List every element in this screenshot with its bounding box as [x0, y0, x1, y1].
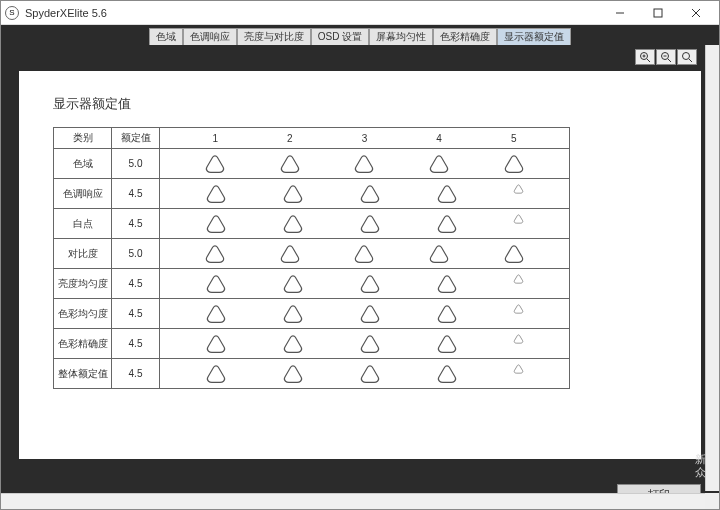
- tab-1[interactable]: 色调响应: [183, 28, 237, 45]
- rating-icon: [279, 154, 301, 174]
- rating-icon: [282, 334, 304, 354]
- rating-icon: [282, 214, 304, 234]
- rating-icon: [279, 244, 301, 264]
- rating-icon: [282, 304, 304, 324]
- rating-icon: [205, 274, 227, 294]
- rating-icon-half: [513, 364, 524, 384]
- scroll-corner: [705, 493, 719, 509]
- rating-icon: [204, 244, 226, 264]
- rating-icon: [353, 154, 375, 174]
- rating-icon: [436, 364, 458, 384]
- vertical-scrollbar[interactable]: [705, 45, 719, 491]
- table-row: 整体额定值4.5: [54, 359, 570, 389]
- cell-category: 色调响应: [54, 179, 112, 209]
- cell-value: 4.5: [112, 299, 160, 329]
- rating-icon: [436, 304, 458, 324]
- cell-category: 对比度: [54, 239, 112, 269]
- scale-tick: 5: [511, 133, 517, 144]
- rating-icon: [359, 334, 381, 354]
- cell-value: 5.0: [112, 149, 160, 179]
- header-value: 额定值: [112, 128, 160, 149]
- svg-rect-1: [654, 9, 662, 17]
- app-window: S SpyderXElite 5.6 色域色调响应亮度与对比度OSD 设置屏幕均…: [0, 0, 720, 510]
- rating-icon: [205, 304, 227, 324]
- app-title: SpyderXElite 5.6: [25, 7, 601, 19]
- maximize-button[interactable]: [639, 3, 677, 23]
- rating-icon: [359, 364, 381, 384]
- tab-2[interactable]: 亮度与对比度: [237, 28, 311, 45]
- rating-icon-half: [513, 304, 524, 324]
- cell-value: 4.5: [112, 329, 160, 359]
- rating-icon-half: [513, 274, 524, 294]
- rating-icon: [436, 184, 458, 204]
- scale-tick: 1: [213, 133, 219, 144]
- tab-5[interactable]: 色彩精确度: [433, 28, 497, 45]
- cell-rating-icons: [160, 239, 570, 269]
- rating-icon: [205, 364, 227, 384]
- rating-icon: [436, 214, 458, 234]
- rating-icon: [359, 184, 381, 204]
- tab-0[interactable]: 色域: [149, 28, 183, 45]
- zoom-out-icon[interactable]: [656, 49, 676, 65]
- cell-rating-icons: [160, 329, 570, 359]
- rating-icon: [205, 184, 227, 204]
- cell-category: 亮度均匀度: [54, 269, 112, 299]
- cell-category: 色彩精确度: [54, 329, 112, 359]
- table-row: 对比度5.0: [54, 239, 570, 269]
- cell-value: 4.5: [112, 269, 160, 299]
- header-scale: 12345: [160, 128, 570, 149]
- rating-icon-half: [513, 184, 524, 204]
- content-area: 显示器额定值 类别 额定值 12345 色域5.0色调响应4.5白点4.5对比度…: [1, 45, 719, 509]
- svg-point-11: [683, 53, 690, 60]
- cell-rating-icons: [160, 209, 570, 239]
- cell-rating-icons: [160, 179, 570, 209]
- rating-icon: [503, 244, 525, 264]
- zoom-fit-icon[interactable]: [677, 49, 697, 65]
- zoom-toolbar: [635, 49, 697, 65]
- rating-icon: [359, 304, 381, 324]
- table-row: 色彩精确度4.5: [54, 329, 570, 359]
- rating-icon: [353, 244, 375, 264]
- horizontal-scrollbar[interactable]: [1, 493, 705, 509]
- rating-icon: [436, 274, 458, 294]
- table-row: 色域5.0: [54, 149, 570, 179]
- window-controls: [601, 3, 715, 23]
- cell-rating-icons: [160, 299, 570, 329]
- header-category: 类别: [54, 128, 112, 149]
- scale-tick: 4: [436, 133, 442, 144]
- report-page: 显示器额定值 类别 额定值 12345 色域5.0色调响应4.5白点4.5对比度…: [19, 71, 701, 459]
- rating-icon: [282, 364, 304, 384]
- rating-icon: [204, 154, 226, 174]
- rating-icon-half: [513, 214, 524, 234]
- tab-4[interactable]: 屏幕均匀性: [369, 28, 433, 45]
- rating-icon: [436, 334, 458, 354]
- scale-tick: 2: [287, 133, 293, 144]
- rating-icon: [503, 154, 525, 174]
- cell-value: 4.5: [112, 179, 160, 209]
- tab-6[interactable]: 显示器额定值: [497, 28, 571, 45]
- zoom-in-icon[interactable]: [635, 49, 655, 65]
- cell-value: 5.0: [112, 239, 160, 269]
- rating-icon: [282, 184, 304, 204]
- rating-icon: [205, 334, 227, 354]
- close-button[interactable]: [677, 3, 715, 23]
- scale-tick: 3: [362, 133, 368, 144]
- cell-category: 整体额定值: [54, 359, 112, 389]
- rating-icon: [205, 214, 227, 234]
- rating-icon: [428, 154, 450, 174]
- minimize-button[interactable]: [601, 3, 639, 23]
- svg-line-9: [668, 59, 671, 62]
- cell-rating-icons: [160, 359, 570, 389]
- tab-3[interactable]: OSD 设置: [311, 28, 369, 45]
- cell-category: 色域: [54, 149, 112, 179]
- rating-icon: [359, 274, 381, 294]
- tab-bar: 色域色调响应亮度与对比度OSD 设置屏幕均匀性色彩精确度显示器额定值: [1, 25, 719, 45]
- table-row: 色调响应4.5: [54, 179, 570, 209]
- cell-category: 白点: [54, 209, 112, 239]
- table-row: 亮度均匀度4.5: [54, 269, 570, 299]
- rating-icon: [359, 214, 381, 234]
- rating-icon: [428, 244, 450, 264]
- app-icon: S: [5, 6, 19, 20]
- ratings-table: 类别 额定值 12345 色域5.0色调响应4.5白点4.5对比度5.0亮度均匀…: [53, 127, 570, 389]
- cell-value: 4.5: [112, 359, 160, 389]
